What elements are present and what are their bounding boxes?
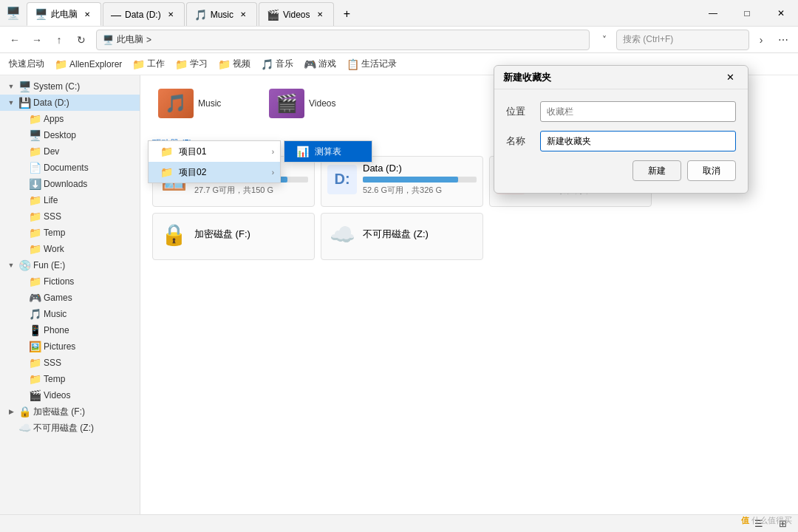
minimize-button[interactable]: — bbox=[696, 0, 730, 27]
sidebar-item-music-e[interactable]: 🎵 Music bbox=[0, 306, 140, 322]
quickbar-item-games[interactable]: 🎮 游戏 bbox=[301, 56, 339, 72]
search-expand-button[interactable]: › bbox=[751, 30, 771, 50]
drive-item-encrypted-f[interactable]: 🔒 加密磁盘 (F:) bbox=[152, 213, 315, 260]
refresh-button[interactable]: ↻ bbox=[71, 30, 92, 50]
sidebar-item-phone[interactable]: 📱 Phone bbox=[0, 322, 140, 338]
back-button[interactable]: ← bbox=[4, 30, 25, 50]
dialog-name-row: 名称 bbox=[506, 131, 736, 151]
tab-icon-videos: 🎬 bbox=[267, 9, 279, 21]
icon-fun-e: 💿 bbox=[18, 259, 31, 271]
tab-close-videos[interactable]: ✕ bbox=[314, 9, 326, 21]
quickbar-item-video[interactable]: 📁 视频 bbox=[215, 56, 253, 72]
label-pictures: Pictures bbox=[44, 341, 75, 352]
dialog-location-input[interactable] bbox=[540, 101, 736, 122]
sidebar-item-life[interactable]: 📁 Life bbox=[0, 192, 140, 208]
icon-desktop: 🖥️ bbox=[29, 129, 41, 141]
label-sss: SSS bbox=[44, 211, 61, 222]
quickbar-item-study[interactable]: 📁 学习 bbox=[172, 56, 211, 72]
watermark-text: 什么值得买 bbox=[751, 516, 792, 525]
drive-header-encrypted-f: 🔒 加密磁盘 (F:) bbox=[159, 219, 308, 249]
label-music-e: Music bbox=[44, 309, 66, 319]
up-button[interactable]: ↑ bbox=[49, 30, 69, 50]
tab-close-data-d[interactable]: ✕ bbox=[165, 9, 177, 21]
quickbar-item-work[interactable]: 📁 工作 bbox=[129, 56, 168, 72]
dialog-cancel-button[interactable]: 取消 bbox=[687, 160, 736, 181]
expand-data-d[interactable]: ▼ bbox=[6, 98, 16, 108]
expand-encrypted-f[interactable]: ▶ bbox=[6, 406, 16, 417]
expand-life bbox=[16, 195, 27, 205]
address-bar[interactable]: 🖥️ 此电脑 > bbox=[96, 30, 590, 50]
drive-item-unavail-z[interactable]: ☁️ 不可用磁盘 (Z:) bbox=[321, 213, 483, 260]
sidebar-item-apps[interactable]: 📁 Apps bbox=[0, 111, 140, 127]
drive-name-unavail-z: 不可用磁盘 (Z:) bbox=[363, 228, 477, 241]
folder-item-videos[interactable]: 🎬 Videos bbox=[263, 84, 366, 123]
icon-system-c: 🖥️ bbox=[18, 81, 31, 92]
sidebar-item-temp[interactable]: 📁 Temp bbox=[0, 225, 140, 241]
label-temp: Temp bbox=[44, 228, 65, 238]
drive-icon-data-d: D: bbox=[327, 165, 357, 194]
sidebar-item-fictions[interactable]: 📁 Fictions bbox=[0, 273, 140, 290]
music-label: 音乐 bbox=[276, 58, 293, 70]
sidebar-item-unavail-z[interactable]: ☁️ 不可用磁盘 (Z:) bbox=[0, 420, 140, 436]
context-menu-item-project02[interactable]: 📁 项目02 › bbox=[149, 162, 280, 183]
sidebar-item-temp2[interactable]: 📁 Temp bbox=[0, 371, 140, 387]
sidebar-item-videos-e[interactable]: 🎬 Videos bbox=[0, 387, 140, 403]
dialog-name-input[interactable] bbox=[540, 131, 736, 151]
dialog-create-button[interactable]: 新建 bbox=[632, 160, 681, 181]
sidebar-item-system-c[interactable]: ▼ 🖥️ System (C:) bbox=[0, 78, 140, 95]
sidebar-item-data-d[interactable]: ▼ 💾 Data (D:) bbox=[0, 95, 140, 111]
maximize-button[interactable]: □ bbox=[730, 0, 764, 27]
drive-item-data-d[interactable]: D: Data (D:) 52.6 G可用，共326 G bbox=[321, 156, 483, 207]
new-tab-button[interactable]: + bbox=[335, 2, 359, 26]
label-data-d: Data (D:) bbox=[33, 98, 69, 108]
tab-close-music[interactable]: ✕ bbox=[237, 9, 249, 21]
label-videos-e: Videos bbox=[44, 390, 70, 400]
expand-work bbox=[16, 244, 27, 254]
tab-close-this-pc[interactable]: ✕ bbox=[81, 8, 93, 20]
sidebar-item-sss2[interactable]: 📁 SSS bbox=[0, 355, 140, 371]
tab-data-d[interactable]: — Data (D:) ✕ bbox=[103, 2, 185, 26]
sidebar-item-pictures[interactable]: 🖼️ Pictures bbox=[0, 338, 140, 355]
search-bar[interactable]: 搜索 (Ctrl+F) bbox=[616, 30, 749, 50]
sidebar-item-desktop[interactable]: 🖥️ Desktop bbox=[0, 127, 140, 143]
titlebar: 🖥️ 🖥️ 此电脑 ✕ — Data (D:) ✕ 🎵 Music ✕ 🎬 Vi… bbox=[0, 0, 798, 27]
sidebar-item-encrypted-f[interactable]: ▶ 🔒 加密磁盘 (F:) bbox=[0, 403, 140, 420]
sidebar-item-work[interactable]: 📁 Work bbox=[0, 241, 140, 257]
close-button[interactable]: ✕ bbox=[764, 0, 798, 27]
icon-sss: 📁 bbox=[29, 211, 41, 222]
submenu-item-spreadsheet[interactable]: 📊 测算表 bbox=[284, 141, 372, 162]
sidebar-item-downloads[interactable]: ⬇️ Downloads bbox=[0, 176, 140, 192]
sidebar-item-games[interactable]: 🎮 Games bbox=[0, 290, 140, 306]
quickbar-item-liferecord[interactable]: 📋 生活记录 bbox=[344, 56, 400, 72]
submenu-label-spreadsheet: 测算表 bbox=[315, 146, 341, 158]
address-expand-button[interactable]: ˅ bbox=[594, 30, 615, 50]
drive-header-data-d: D: Data (D:) 52.6 G可用，共326 G bbox=[327, 163, 477, 196]
sidebar-item-fun-e[interactable]: ▼ 💿 Fun (E:) bbox=[0, 257, 140, 273]
expand-fun-e[interactable]: ▼ bbox=[6, 260, 16, 270]
quickbar-item-allenexplorer[interactable]: 📁 AllenExplorer bbox=[52, 57, 125, 72]
sidebar-item-sss[interactable]: 📁 SSS bbox=[0, 208, 140, 225]
expand-pictures bbox=[16, 341, 27, 352]
tab-videos[interactable]: 🎬 Videos ✕ bbox=[259, 2, 333, 26]
expand-music-e bbox=[16, 309, 27, 319]
dialog-close-button[interactable]: ✕ bbox=[721, 69, 739, 86]
drive-name-encrypted-f: 加密磁盘 (F:) bbox=[194, 228, 308, 241]
sidebar-item-dev[interactable]: 📁 Dev bbox=[0, 143, 140, 160]
more-options-button[interactable]: ⋯ bbox=[773, 30, 794, 50]
tab-music[interactable]: 🎵 Music ✕ bbox=[186, 2, 257, 26]
tab-this-pc[interactable]: 🖥️ 此电脑 ✕ bbox=[27, 2, 101, 26]
tab-icon-data-d: — bbox=[111, 9, 121, 21]
icon-data-d: 💾 bbox=[18, 97, 31, 109]
games-icon: 🎮 bbox=[304, 58, 316, 70]
label-sss2: SSS bbox=[44, 358, 61, 368]
expand-system-c[interactable]: ▼ bbox=[6, 81, 16, 92]
quickbar-text: 快速启动 bbox=[9, 58, 44, 70]
forward-button[interactable]: → bbox=[27, 30, 47, 50]
drive-free-system-c: 27.7 G可用，共150 G bbox=[194, 185, 308, 196]
quickbar-item-music[interactable]: 🎵 音乐 bbox=[258, 56, 296, 72]
drive-free-data-d: 52.6 G可用，共326 G bbox=[363, 185, 477, 196]
allenexplorer-label: AllenExplorer bbox=[69, 59, 122, 69]
context-menu-item-project01[interactable]: 📁 项目01 › bbox=[149, 141, 280, 162]
folder-item-music[interactable]: 🎵 Music bbox=[152, 84, 256, 123]
sidebar-item-documents[interactable]: 📄 Documents bbox=[0, 160, 140, 176]
